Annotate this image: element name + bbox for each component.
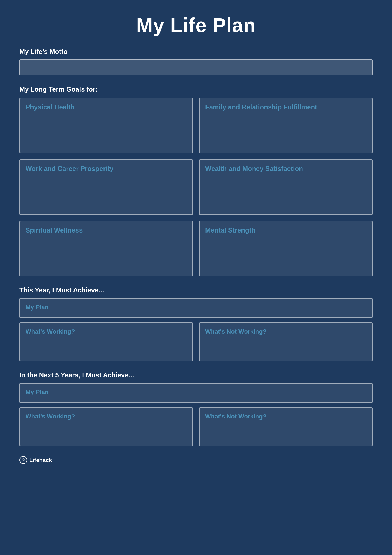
next-five-years-whats-working-label: What's Working? [26, 413, 187, 420]
this-year-plan-box[interactable]: My Plan [19, 298, 373, 318]
page-title: My Life Plan [19, 14, 373, 37]
this-year-whats-not-working-box[interactable]: What's Not Working? [199, 322, 373, 361]
next-five-years-label: In the Next 5 Years, I Must Achieve... [19, 371, 373, 379]
goal-title-physical-health: Physical Health [26, 103, 187, 111]
page-container: My Life Plan My Life's Motto My Long Ter… [0, 0, 392, 555]
copyright-icon: © [19, 456, 27, 464]
next-five-years-whats-working-box[interactable]: What's Working? [19, 407, 193, 446]
brand-name: Lifehack [29, 457, 52, 463]
long-term-goals-label: My Long Term Goals for: [19, 85, 373, 93]
this-year-whats-working-label: What's Working? [26, 328, 187, 335]
goal-title-spiritual-wellness: Spiritual Wellness [26, 226, 187, 234]
goal-title-work-career: Work and Career Prosperity [26, 165, 187, 173]
goal-title-family-relationship: Family and Relationship Fulfillment [205, 103, 366, 111]
brand-logo: © Lifehack [19, 456, 52, 464]
goal-title-mental-strength: Mental Strength [205, 226, 366, 234]
this-year-whats-working-box[interactable]: What's Working? [19, 322, 193, 361]
motto-input[interactable] [19, 59, 373, 75]
this-year-label: This Year, I Must Achieve... [19, 286, 373, 294]
goal-box-spiritual-wellness[interactable]: Spiritual Wellness [19, 221, 193, 276]
next-five-years-plan-label: My Plan [26, 389, 366, 396]
goal-title-wealth-money: Wealth and Money Satisfaction [205, 165, 366, 173]
this-year-plan-label: My Plan [26, 304, 366, 311]
goals-grid: Physical Health Family and Relationship … [19, 98, 373, 276]
goal-box-wealth-money[interactable]: Wealth and Money Satisfaction [199, 159, 373, 215]
motto-label: My Life's Motto [19, 48, 373, 56]
goal-box-family-relationship[interactable]: Family and Relationship Fulfillment [199, 98, 373, 153]
this-year-whats-not-working-label: What's Not Working? [205, 328, 366, 335]
this-year-section: This Year, I Must Achieve... My Plan Wha… [19, 286, 373, 361]
goal-box-work-career[interactable]: Work and Career Prosperity [19, 159, 193, 215]
this-year-working-grid: What's Working? What's Not Working? [19, 322, 373, 361]
footer: © Lifehack [19, 456, 373, 464]
next-five-years-working-grid: What's Working? What's Not Working? [19, 407, 373, 446]
goal-box-mental-strength[interactable]: Mental Strength [199, 221, 373, 276]
next-five-years-whats-not-working-label: What's Not Working? [205, 413, 366, 420]
goal-box-physical-health[interactable]: Physical Health [19, 98, 193, 153]
next-five-years-plan-box[interactable]: My Plan [19, 383, 373, 403]
next-five-years-whats-not-working-box[interactable]: What's Not Working? [199, 407, 373, 446]
next-five-years-section: In the Next 5 Years, I Must Achieve... M… [19, 371, 373, 446]
